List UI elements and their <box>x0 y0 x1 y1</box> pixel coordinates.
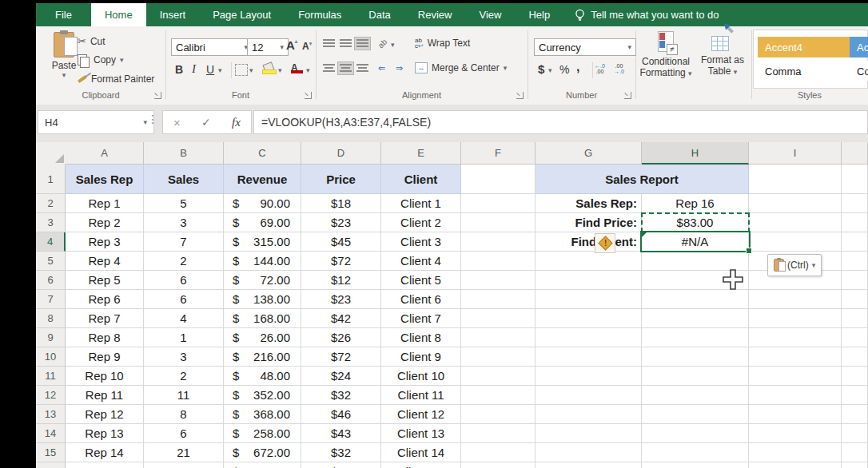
cell-I2[interactable] <box>749 194 842 213</box>
column-header-A[interactable]: A <box>66 142 144 165</box>
cell-C6[interactable]: $72.00 <box>224 271 301 290</box>
cell-F13[interactable] <box>461 405 536 424</box>
formula-bar-grip-icon[interactable]: ⋮ <box>147 113 158 125</box>
cell-F2[interactable] <box>461 194 536 213</box>
cell-F6[interactable] <box>461 271 536 290</box>
row-header-7[interactable]: 7 <box>36 290 66 309</box>
row-header-15[interactable]: 15 <box>36 443 66 462</box>
tab-review[interactable]: Review <box>404 3 466 26</box>
cell-I11[interactable] <box>749 367 842 386</box>
decrease-decimal-icon[interactable]: .00→.0 <box>614 63 624 74</box>
row-header-10[interactable]: 10 <box>36 347 66 367</box>
format-painter-button[interactable]: Format Painter <box>78 73 154 85</box>
cell-H16[interactable] <box>642 462 749 468</box>
cell-I10[interactable] <box>749 347 842 367</box>
column-header-H[interactable]: H <box>642 142 749 165</box>
cell-G11[interactable] <box>536 367 642 386</box>
cell-I12[interactable] <box>749 386 842 405</box>
cell-D14[interactable]: $43 <box>301 424 381 443</box>
cell-D15[interactable]: $32 <box>301 443 381 462</box>
cell-D2[interactable]: $18 <box>301 194 381 213</box>
column-header-G[interactable]: G <box>536 142 642 165</box>
accounting-dropdown-caret[interactable]: ▾ <box>548 66 552 74</box>
cell-H10[interactable] <box>642 347 749 367</box>
cell-H5[interactable] <box>642 252 749 271</box>
cell-D9[interactable]: $26 <box>301 328 381 347</box>
font-color-icon[interactable]: A <box>291 62 298 73</box>
cell-F1[interactable] <box>461 165 536 194</box>
cell-C13[interactable]: $368.00 <box>224 405 301 424</box>
cell-J7[interactable] <box>842 290 868 309</box>
underline-button[interactable]: U <box>206 63 214 76</box>
report-label-cell-G3[interactable]: Find Price: <box>536 213 642 232</box>
cell-G8[interactable] <box>536 309 642 328</box>
cell-D7[interactable]: $23 <box>301 290 381 309</box>
cell-C5[interactable]: $144.00 <box>224 252 301 271</box>
cell-B15[interactable]: 21 <box>144 443 224 462</box>
font-name-combo[interactable]: Calibri▾ <box>171 38 253 56</box>
cell-H7[interactable] <box>642 290 749 309</box>
name-box[interactable]: H4 ▾ <box>38 110 154 134</box>
column-header-E[interactable]: E <box>381 142 461 165</box>
worksheet-grid[interactable]: ABCDEFGHI12345678910111213141516Sales Re… <box>36 142 868 468</box>
report-value-cell-H3[interactable]: $83.00 <box>642 213 749 232</box>
cell-A13[interactable]: Rep 12 <box>66 405 144 424</box>
align-left-button[interactable] <box>321 62 336 74</box>
row-header-11[interactable]: 11 <box>36 367 66 386</box>
column-header-D[interactable]: D <box>301 142 381 165</box>
cell-A12[interactable]: Rep 11 <box>66 386 144 405</box>
number-dialog-launcher-icon[interactable] <box>624 92 631 99</box>
cell-I7[interactable] <box>749 290 842 309</box>
cell-I9[interactable] <box>749 328 842 347</box>
bottom-align-button[interactable] <box>355 38 370 50</box>
row-header-6[interactable]: 6 <box>36 271 66 290</box>
column-header-B[interactable]: B <box>144 142 224 165</box>
cell-F14[interactable] <box>461 424 536 443</box>
header-cell-B1[interactable]: Sales <box>144 165 224 194</box>
cell-C3[interactable]: $69.00 <box>224 213 301 232</box>
cell-C15[interactable]: $672.00 <box>224 443 301 462</box>
error-options-button[interactable]: ! <box>595 233 615 253</box>
cell-F7[interactable] <box>461 290 536 309</box>
underline-dropdown-caret[interactable]: ▾ <box>218 66 222 74</box>
cell-B14[interactable]: 6 <box>144 424 224 443</box>
cell-A15[interactable]: Rep 14 <box>66 443 144 462</box>
comma-style-button[interactable]: , <box>576 60 579 74</box>
cell-C14[interactable]: $258.00 <box>224 424 301 443</box>
cell-I1[interactable] <box>749 165 842 194</box>
header-cell-D1[interactable]: Price <box>301 165 381 194</box>
cell-B10[interactable]: 3 <box>144 347 224 367</box>
decrease-font-size-button[interactable]: A▾ <box>302 41 312 52</box>
merged-cell-sales-report[interactable]: Sales Report <box>536 165 749 194</box>
cell-A16[interactable]: Rep 15 <box>66 462 144 468</box>
tab-home[interactable]: Home <box>91 3 146 26</box>
cell-I14[interactable] <box>749 424 842 443</box>
cell-E12[interactable]: Client 11 <box>381 386 461 405</box>
wrap-text-button[interactable]: abc↩ Wrap Text <box>415 38 470 49</box>
cell-E6[interactable]: Client 5 <box>381 271 461 290</box>
column-header-C[interactable]: C <box>224 142 301 165</box>
tab-help[interactable]: Help <box>515 3 563 26</box>
cut-button[interactable]: ✂ Cut <box>78 35 106 47</box>
cell-B8[interactable]: 4 <box>144 309 224 328</box>
cell-H11[interactable] <box>642 367 749 386</box>
cell-E16[interactable]: Client 15 <box>381 462 461 468</box>
cell-J3[interactable] <box>842 213 868 232</box>
cell-A8[interactable]: Rep 7 <box>66 309 144 328</box>
cell-B9[interactable]: 1 <box>144 328 224 347</box>
bold-button[interactable]: B <box>175 63 183 76</box>
cell-C12[interactable]: $352.00 <box>224 386 301 405</box>
cell-J14[interactable] <box>842 424 868 443</box>
font-color-dropdown-caret[interactable]: ▾ <box>306 66 310 74</box>
conditional-formatting-button[interactable]: ≠ Conditional Formatting ▾ <box>637 31 695 79</box>
column-header-F[interactable]: F <box>461 142 536 165</box>
borders-icon[interactable] <box>235 64 248 76</box>
cell-J16[interactable] <box>842 462 868 468</box>
decrease-indent-icon[interactable]: ⇐ <box>378 63 385 73</box>
cell-C10[interactable]: $216.00 <box>224 347 301 367</box>
cell-A14[interactable]: Rep 13 <box>66 424 144 443</box>
increase-font-size-button[interactable]: A▴ <box>286 38 297 52</box>
insert-function-icon[interactable]: fx <box>232 116 241 129</box>
cell-B13[interactable]: 8 <box>144 405 224 424</box>
cell-J10[interactable] <box>842 347 868 367</box>
